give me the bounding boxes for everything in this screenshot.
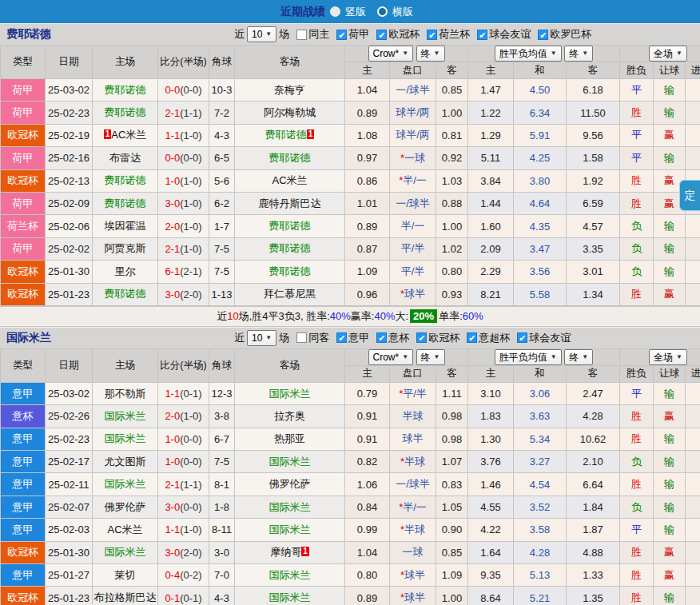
away-team-cell[interactable]: 热那亚 [235,428,345,450]
home-team-cell[interactable]: 里尔 [93,261,158,283]
home-team-cell[interactable]: 费耶诺德 [93,101,158,124]
league-cell[interactable]: 意甲 [1,564,46,587]
away-team-cell[interactable]: 费耶诺德 [235,261,345,283]
league-cell[interactable]: 意甲 [1,496,46,518]
league-checkbox-荷甲[interactable]: ✔ [336,30,347,40]
away-team-cell[interactable]: 奈梅亨 [235,79,345,101]
team-name[interactable]: 国际米兰 [6,331,51,345]
away-team-cell[interactable]: 国际米兰 [235,519,345,541]
league-cell[interactable]: 欧冠杯 [1,541,46,563]
league-checkbox-意超杯[interactable]: ✔ [467,332,477,343]
away-team-cell[interactable]: 拜仁慕尼黑 [235,283,345,305]
away-team-cell[interactable]: AC米兰 [235,169,345,192]
same-venue-checkbox[interactable] [296,332,307,343]
home-team-cell[interactable]: 尤文图斯 [93,451,158,473]
match-count-select[interactable]: 10▼ [247,330,276,346]
handicap-text: 一球 [404,152,425,164]
home-team-cell[interactable]: 阿贾克斯 [93,237,158,260]
away-team-cell[interactable]: 费耶诺德1 [235,124,345,146]
away-team-cell[interactable]: 阿尔梅勒城 [235,101,345,124]
home-team-cell[interactable]: 埃因霍温 [93,215,158,237]
away-team-cell[interactable]: 费耶诺德 [235,237,345,260]
away-team-cell[interactable]: 摩纳哥1 [235,541,345,563]
league-cell[interactable]: 意甲 [1,382,46,404]
away-team-cell[interactable]: 国际米兰 [235,496,345,518]
league-checkbox-球会友谊[interactable]: ✔ [477,30,487,40]
away-team-cell[interactable]: 鹿特丹斯巴达 [235,192,345,214]
home-team-cell[interactable]: 布雷达 [93,147,158,169]
match-count-select[interactable]: 10▼ [247,26,276,42]
league-checkbox-意杯[interactable]: ✔ [376,332,387,343]
league-cell[interactable]: 欧冠杯 [1,261,46,283]
home-team-cell[interactable]: 国际米兰 [93,473,158,496]
away-team-cell[interactable]: 国际米兰 [235,564,345,587]
final-odds-select[interactable]: 终▼ [416,46,445,62]
league-checkbox-球会友谊[interactable]: ✔ [517,332,527,343]
pin-tab[interactable]: 定 [679,180,700,211]
away-team-cell[interactable]: 佛罗伦萨 [235,473,345,496]
home-team-cell[interactable]: AC米兰 [93,519,158,541]
avg-win-cell: 1.60 [468,215,514,237]
bookmaker-select[interactable]: Crow*▼ [368,46,414,62]
home-team-cell[interactable]: 布拉格斯巴达 [93,587,158,605]
home-team-cell[interactable]: 国际米兰 [93,405,158,428]
away-team-cell[interactable]: 国际米兰 [235,587,345,605]
same-venue-checkbox[interactable] [296,30,307,40]
avg-header-group: 胜平负均值▼ 终▼ [468,46,620,62]
horizontal-layout-radio[interactable] [377,6,388,17]
league-checkbox-意甲[interactable]: ✔ [336,332,347,343]
league-cell[interactable]: 荷甲 [1,101,46,124]
home-team-cell[interactable]: 费耶诺德 [93,169,158,192]
home-team-cell[interactable]: 那不勒斯 [93,382,158,404]
home-team-cell[interactable]: 国际米兰 [93,541,158,563]
avg-final-select[interactable]: 终▼ [564,46,593,62]
date-cell: 25-02-13 [46,169,93,192]
home-team-cell[interactable]: 费耶诺德 [93,79,158,101]
away-team-cell[interactable]: 国际米兰 [235,451,345,473]
avg-final-select[interactable]: 终▼ [564,349,593,365]
league-cell[interactable]: 荷甲 [1,237,46,260]
fulltime-score: 2-0 [165,221,180,233]
league-checkbox-欧冠杯[interactable]: ✔ [376,30,387,40]
vertical-layout-radio[interactable] [330,6,340,17]
home-team-cell[interactable]: 莱切 [93,564,158,587]
scope-select[interactable]: 全场▼ [649,46,687,62]
league-cell[interactable]: 意甲 [1,451,46,473]
league-checkbox-欧罗巴杯[interactable]: ✔ [538,30,548,40]
league-cell[interactable]: 意杯 [1,405,46,428]
league-cell[interactable]: 意甲 [1,519,46,541]
avg-odds-select[interactable]: 胜平负均值▼ [495,349,562,365]
home-team-cell[interactable]: 佛罗伦萨 [93,496,158,518]
corner-cell: 5-6 [209,169,235,192]
league-cell[interactable]: 欧冠杯 [1,169,46,192]
league-cell[interactable]: 荷甲 [1,147,46,169]
away-team-cell[interactable]: 拉齐奥 [235,405,345,428]
avg-draw-cell: 4.25 [514,147,567,169]
away-team-cell[interactable]: 国际米兰 [235,382,345,404]
home-team-name: 阿贾克斯 [105,242,146,254]
team-name[interactable]: 费耶诺德 [6,27,51,42]
league-cell[interactable]: 意甲 [1,473,46,496]
league-checkbox-欧冠杯[interactable]: ✔ [416,332,427,343]
away-team-cell[interactable]: 费耶诺德 [235,215,345,237]
league-cell[interactable]: 荷兰杯 [1,215,46,237]
home-team-cell[interactable]: 1AC米兰 [93,124,158,146]
home-team-cell[interactable]: 国际米兰 [93,428,158,450]
league-cell[interactable]: 欧冠杯 [1,124,46,146]
league-cell[interactable]: 欧冠杯 [1,587,46,605]
league-cell[interactable]: 荷甲 [1,79,46,101]
league-cell[interactable]: 荷甲 [1,192,46,214]
score-cell: 2-1(1-1) [158,473,209,496]
final-odds-select[interactable]: 终▼ [416,349,445,365]
home-team-cell[interactable]: 费耶诺德 [93,192,158,214]
games-label: 场 [279,27,289,42]
league-cell[interactable]: 欧冠杯 [1,283,46,305]
league-cell[interactable]: 意甲 [1,428,46,450]
corner-cell: 4-3 [209,124,235,146]
avg-odds-select[interactable]: 胜平负均值▼ [495,46,562,62]
league-checkbox-荷兰杯[interactable]: ✔ [427,30,437,40]
bookmaker-select[interactable]: Crow*▼ [368,349,414,365]
away-team-cell[interactable]: 费耶诺德 [235,147,345,169]
scope-select[interactable]: 全场▼ [649,349,687,365]
home-team-cell[interactable]: 费耶诺德 [93,283,158,305]
